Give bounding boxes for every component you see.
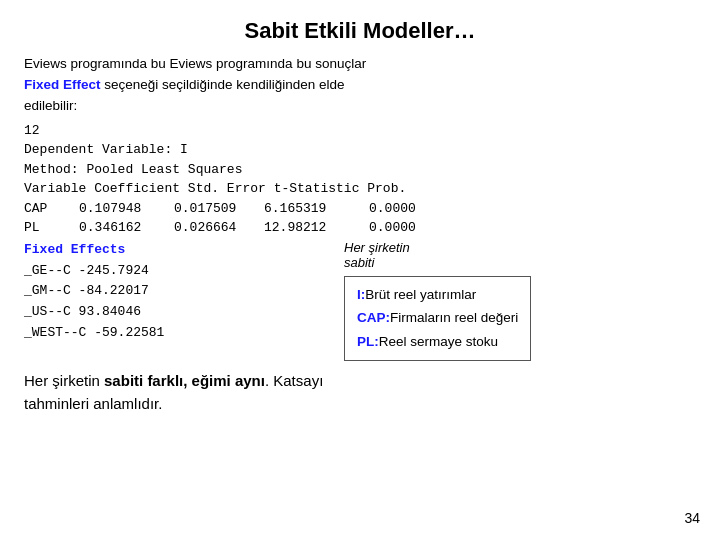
legend-val-pl: Reel sermaye stoku [379, 334, 498, 349]
legend-item-i: I:Brüt reel yatırımlar [357, 283, 518, 307]
bottom-text: Her şirketin sabiti farklı, eğimi aynı. … [24, 369, 696, 416]
intro-line3: edilebilir: [24, 98, 77, 113]
slide-title: Sabit Etkili Modeller… [24, 18, 696, 44]
legend-key-cap: CAP: [357, 310, 390, 325]
intro-line1: Eviews programında bu Eviews programında… [24, 56, 366, 71]
bottom-pre: Her şirketin [24, 372, 104, 389]
fixed-effects-section: Fixed Effects _GE--C -245.7924 _GM--C -8… [24, 240, 696, 361]
legend-box: I:Brüt reel yatırımlar CAP:Firmaların re… [344, 276, 531, 361]
fe-row-3: _US--C 93.84046 [24, 302, 334, 323]
fixed-effect-label: Fixed Effect [24, 77, 101, 92]
intro-paragraph: Eviews programında bu Eviews programında… [24, 54, 696, 117]
row1-var: CAP [24, 199, 79, 219]
mono-line3: Method: Pooled Least Squares [24, 160, 696, 180]
fixed-effects-label: Fixed Effects [24, 242, 125, 257]
row1-prob: 0.0000 [369, 199, 416, 219]
legend-key-pl: PL: [357, 334, 379, 349]
row1-coef: 0.107948 [79, 199, 174, 219]
fe-row-1: _GE--C -245.7924 [24, 261, 334, 282]
intro-line2-post: seçeneği seçildiğinde kendiliğinden elde [101, 77, 345, 92]
row2-tstat: 12.98212 [264, 218, 369, 238]
table-row: PL 0.346162 0.026664 12.98212 0.0000 [24, 218, 696, 238]
fe-row-4: _WEST--C -59.22581 [24, 323, 334, 344]
fe-row-2: _GM--C -84.22017 [24, 281, 334, 302]
mono-header: Variable Coefficient Std. Error t-Statis… [24, 179, 696, 199]
legend-val-i: Brüt reel yatırımlar [365, 287, 476, 302]
row2-coef: 0.346162 [79, 218, 174, 238]
mono-line2: Dependent Variable: I [24, 140, 696, 160]
bottom-bold: sabiti farklı, eğimi aynı [104, 372, 265, 389]
mono-block: 12 Dependent Variable: I Method: Pooled … [24, 121, 696, 238]
legend-item-cap: CAP:Firmaların reel değeri [357, 306, 518, 330]
row2-stderr: 0.026664 [174, 218, 264, 238]
slide-number: 34 [684, 510, 700, 526]
mono-line1: 12 [24, 121, 696, 141]
bottom-line2: tahminleri anlamlıdır. [24, 395, 162, 412]
row1-stderr: 0.017509 [174, 199, 264, 219]
table-row: CAP 0.107948 0.017509 6.165319 0.0000 [24, 199, 696, 219]
legend-callout-label: Her şirketinsabiti [344, 240, 410, 270]
legend-item-pl: PL:Reel sermaye stoku [357, 330, 518, 354]
bottom-post: . Katsayı [265, 372, 323, 389]
legend-key-i: I: [357, 287, 365, 302]
row1-tstat: 6.165319 [264, 199, 369, 219]
legend-and-callout: Her şirketinsabiti I:Brüt reel yatırımla… [344, 240, 531, 361]
fixed-effects-left: Fixed Effects _GE--C -245.7924 _GM--C -8… [24, 240, 334, 361]
row2-var: PL [24, 218, 79, 238]
row2-prob: 0.0000 [369, 218, 416, 238]
legend-val-cap: Firmaların reel değeri [390, 310, 518, 325]
slide-container: Sabit Etkili Modeller… Eviews programınd… [0, 0, 720, 540]
